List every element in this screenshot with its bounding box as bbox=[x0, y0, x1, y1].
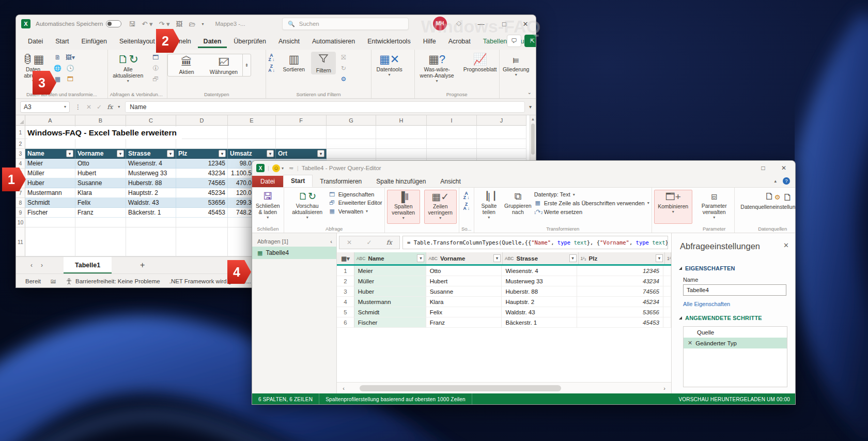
pq-grid-cell[interactable]: Huber bbox=[354, 286, 426, 297]
filter-button[interactable]: ▾ bbox=[656, 254, 663, 262]
menu-tab-start[interactable]: Start bbox=[50, 35, 74, 48]
column-header-h[interactable]: H bbox=[376, 115, 427, 126]
sheet-cell[interactable] bbox=[477, 139, 526, 149]
pq-tab-transformieren[interactable]: Transformieren bbox=[313, 176, 369, 187]
pq-grid-cell[interactable]: 45234 bbox=[577, 297, 663, 307]
pq-column-header-name[interactable]: ABCName▾ bbox=[354, 252, 427, 264]
outline-button[interactable]: ⫢ Gliederung▾ bbox=[500, 52, 533, 78]
new-source-icon[interactable]: 🗋 bbox=[783, 192, 796, 212]
sheet-cell[interactable] bbox=[477, 149, 526, 159]
recent-sources-icon[interactable]: 🕓 bbox=[65, 64, 75, 73]
table-header-umsatz[interactable]: Umsatz▾ bbox=[228, 149, 276, 159]
sheet-cell[interactable]: Huberstr. 88 bbox=[126, 178, 176, 188]
sheet-cell[interactable]: Otto bbox=[75, 159, 126, 169]
edit-links-icon[interactable]: 🗗 bbox=[150, 74, 161, 84]
properties-section-header[interactable]: EIGENSCHAFTEN bbox=[679, 265, 735, 271]
pq-column-header-strasse[interactable]: ABCStrasse▾ bbox=[503, 252, 579, 264]
comments-button[interactable]: 🗩 bbox=[507, 35, 521, 47]
column-header-b[interactable]: B bbox=[75, 115, 126, 126]
accessibility-status[interactable]: Barrierefreiheit: Keine Probleme bbox=[75, 278, 160, 284]
cancel-icon[interactable]: ✕ bbox=[86, 103, 91, 111]
pq-grid-cell[interactable] bbox=[663, 297, 671, 307]
enter-icon[interactable]: ✓ bbox=[366, 239, 371, 246]
sheet-cell[interactable] bbox=[427, 149, 477, 159]
group-by-button[interactable]: ⧉ Gruppieren nach bbox=[502, 190, 534, 216]
sort-button[interactable]: ▥ Sortieren bbox=[279, 52, 309, 73]
sheet-cell[interactable]: Susanne bbox=[75, 178, 126, 188]
pq-grid-cell[interactable]: 12345 bbox=[577, 266, 663, 276]
sheet-cell[interactable]: Bäckerstr. 1 bbox=[126, 208, 176, 218]
collapse-ribbon-icon[interactable]: ▴ bbox=[774, 178, 777, 184]
undo-icon[interactable]: ↶ ▾ bbox=[142, 20, 152, 28]
pq-grid-cell[interactable]: Otto bbox=[426, 266, 502, 276]
first-row-headers-button[interactable]: ▦Erste Zeile als Überschriften verwenden… bbox=[534, 200, 649, 206]
pq-row-header[interactable]: 6 bbox=[337, 317, 354, 328]
data-type-button[interactable]: Datentyp: Text▾ bbox=[534, 191, 649, 197]
table-header-name[interactable]: Name▾ bbox=[25, 149, 75, 159]
insert-function-icon[interactable]: fx bbox=[107, 103, 113, 111]
filter-button[interactable]: ▾ bbox=[493, 254, 501, 262]
search-input[interactable]: 🔍 Suchen bbox=[282, 18, 409, 30]
filter-button[interactable]: Filtern bbox=[311, 52, 336, 74]
data-tools-button[interactable]: ▦✕ Datentools▾ bbox=[371, 52, 408, 78]
pq-grid-cell[interactable] bbox=[663, 266, 671, 276]
open-folder-icon[interactable]: 🗁 bbox=[189, 20, 195, 28]
advanced-filter-icon[interactable]: ⚙ bbox=[338, 74, 349, 84]
sheet-cell[interactable]: Franz bbox=[75, 208, 126, 218]
sort-za-icon[interactable]: ZA ↓ bbox=[461, 202, 472, 211]
screenshot-icon[interactable]: 🖽 bbox=[176, 20, 182, 28]
name-box[interactable]: A3 ▾ bbox=[20, 101, 70, 113]
applied-steps-section-header[interactable]: ANGEWENDETE SCHRITTE bbox=[679, 315, 762, 321]
sheet-cell[interactable] bbox=[176, 218, 228, 227]
column-header-d[interactable]: D bbox=[176, 115, 228, 126]
formula-input[interactable]: Name bbox=[125, 101, 525, 113]
pq-grid-cell[interactable]: Waldstr. 43 bbox=[502, 307, 577, 317]
refresh-all-button[interactable]: 🗋↻ Alle aktualisieren▾ bbox=[108, 52, 148, 84]
add-sheet-button[interactable]: + bbox=[140, 261, 145, 270]
premium-diamond-icon[interactable]: ◇ bbox=[456, 19, 461, 27]
pq-grid-cell[interactable]: Felix bbox=[426, 307, 502, 317]
pq-grid-cell[interactable] bbox=[663, 307, 671, 317]
pq-grid-cell[interactable] bbox=[663, 286, 671, 297]
table-header-vorname[interactable]: Vorname▾ bbox=[75, 149, 126, 159]
table-header-ort[interactable]: Ort▾ bbox=[276, 149, 327, 159]
close-button[interactable]: ✕ bbox=[515, 15, 536, 33]
sheet-tab-tabelle1[interactable]: Tabelle1 bbox=[64, 257, 112, 274]
sheet-cell[interactable]: 74565 bbox=[176, 178, 228, 188]
select-all-corner[interactable]: ▦▾ bbox=[337, 252, 354, 264]
menu-tab-seitenlayout[interactable]: Seitenlayout bbox=[114, 35, 161, 48]
row-header-9[interactable]: 9 bbox=[16, 208, 25, 218]
sheet-cell[interactable]: 45453 bbox=[176, 208, 228, 218]
pq-grid-cell[interactable]: Meier bbox=[354, 266, 426, 276]
maximize-button[interactable]: □ bbox=[754, 161, 772, 175]
table-header-strasse[interactable]: Strasse▾ bbox=[126, 149, 176, 159]
sheet-cell[interactable]: Müller bbox=[25, 169, 75, 178]
pq-grid-cell[interactable]: Müller bbox=[354, 276, 426, 286]
manage-columns-button[interactable]: ▐‖ Spalten verwalten▾ bbox=[387, 190, 420, 224]
queries-connections-icon[interactable]: 🗔 bbox=[150, 53, 161, 62]
sheet-cell[interactable]: Fischer bbox=[25, 208, 75, 218]
sheet-cell[interactable]: Mustermann bbox=[25, 188, 75, 198]
scroll-right-icon[interactable]: › bbox=[658, 385, 671, 391]
filter-button[interactable]: ▾ bbox=[317, 150, 324, 157]
menu-tab-datei[interactable]: Datei bbox=[22, 35, 49, 48]
close-and-load-button[interactable]: 🖫 Schließen & laden▾ bbox=[254, 190, 282, 220]
applied-step-quelle[interactable]: Quelle bbox=[684, 327, 787, 338]
close-panel-icon[interactable]: ✕ bbox=[783, 241, 789, 249]
sheet-cell[interactable]: Schmidt bbox=[25, 198, 75, 208]
manage-button[interactable]: ▦Verwalten▾ bbox=[329, 208, 382, 215]
pq-grid-cell[interactable]: Klara bbox=[426, 297, 502, 307]
pq-grid-cell[interactable]: Hubert bbox=[426, 276, 502, 286]
pq-grid-cell[interactable]: Franz bbox=[426, 317, 502, 328]
combine-button[interactable]: 🗔+ Kombinieren▾ bbox=[654, 190, 692, 224]
row-header-10[interactable]: 10 bbox=[16, 218, 25, 227]
scroll-up-icon[interactable]: ▲ bbox=[530, 115, 536, 123]
maximize-button[interactable]: □ bbox=[494, 15, 515, 33]
menu-tab-ansicht[interactable]: Ansicht bbox=[273, 35, 305, 48]
sheet-cell[interactable]: 43234 bbox=[176, 169, 228, 178]
applied-step-geänderter-typ[interactable]: ✕Geänderter Typ bbox=[684, 338, 787, 348]
row-header-4[interactable]: 4 bbox=[16, 159, 25, 169]
sheet-cell[interactable]: Klara bbox=[75, 188, 126, 198]
clear-filter-icon[interactable]: ⛝ bbox=[338, 53, 349, 62]
pq-grid-cell[interactable]: Huberstr. 88 bbox=[502, 286, 577, 297]
